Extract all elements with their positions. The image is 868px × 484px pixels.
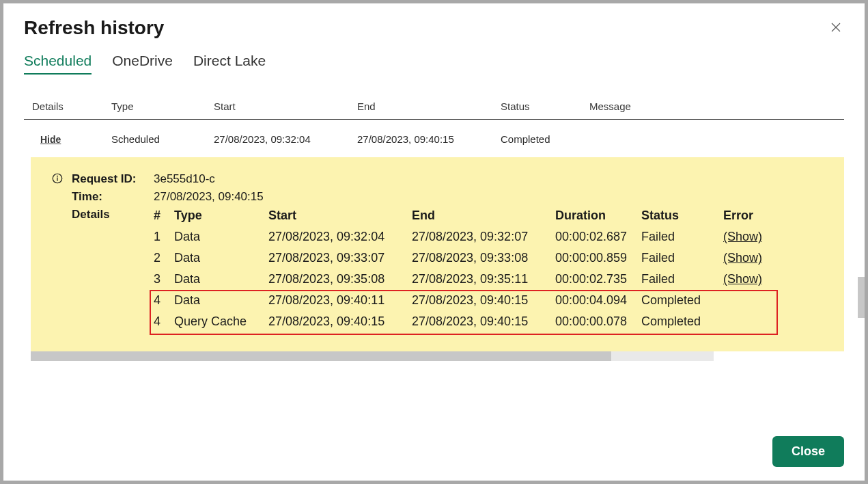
col-type: Type (111, 100, 214, 112)
sub-row: 4 Data 27/08/2023, 09:40:11 27/08/2023, … (154, 290, 832, 311)
row-start: 27/08/2023, 09:32:04 (214, 133, 357, 145)
col-status: Status (501, 100, 589, 112)
row-type: Scheduled (111, 133, 214, 145)
request-id-value: 3e555d10-c (154, 172, 215, 186)
tabs: Scheduled OneDrive Direct Lake (24, 53, 844, 75)
col-end: End (357, 100, 501, 112)
sub-col-num: # (154, 209, 174, 223)
request-id-label: Request ID: (72, 172, 154, 186)
page-title: Refresh history (24, 17, 164, 39)
show-error-link[interactable]: (Show) (723, 272, 762, 286)
row-end: 27/08/2023, 09:40:15 (357, 133, 501, 145)
close-icon[interactable] (828, 19, 844, 38)
details-panel: Request ID: 3e555d10-c Time: 27/08/2023,… (31, 157, 844, 351)
sub-col-start: Start (268, 209, 412, 223)
refresh-history-modal: Refresh history Scheduled OneDrive Direc… (3, 3, 865, 481)
scrollbar-thumb[interactable] (31, 351, 611, 361)
sub-row: 2 Data 27/08/2023, 09:33:07 27/08/2023, … (154, 247, 832, 269)
history-header: Details Type Start End Status Message (24, 95, 844, 120)
col-details: Details (29, 100, 111, 112)
time-label: Time: (72, 190, 154, 204)
time-value: 27/08/2023, 09:40:15 (154, 190, 264, 204)
details-subtable: # Type Start End Duration Status Error 1… (154, 205, 832, 332)
svg-rect-2 (57, 178, 57, 181)
close-button[interactable]: Close (772, 436, 844, 467)
show-error-link[interactable]: (Show) (723, 251, 762, 265)
vertical-scrollbar[interactable] (858, 277, 865, 318)
sub-row: 1 Data 27/08/2023, 09:32:04 27/08/2023, … (154, 226, 832, 247)
show-error-link[interactable]: (Show) (723, 230, 762, 243)
info-icon (51, 172, 64, 185)
sub-col-status: Status (641, 209, 723, 223)
sub-col-error: Error (723, 209, 778, 223)
details-label: Details (72, 208, 154, 221)
svg-point-1 (57, 176, 58, 177)
sub-col-end: End (412, 209, 555, 223)
history-row: Hide Scheduled 27/08/2023, 09:32:04 27/0… (24, 120, 844, 157)
sub-col-type: Type (174, 209, 268, 223)
sub-row: 4 Query Cache 27/08/2023, 09:40:15 27/08… (154, 311, 832, 332)
tab-onedrive[interactable]: OneDrive (112, 53, 173, 75)
row-status: Completed (501, 133, 589, 145)
tab-scheduled[interactable]: Scheduled (24, 53, 92, 75)
tab-direct-lake[interactable]: Direct Lake (193, 53, 266, 75)
history-table: Details Type Start End Status Message Hi… (24, 95, 844, 361)
horizontal-scrollbar[interactable] (31, 351, 714, 361)
col-start: Start (214, 100, 357, 112)
sub-row: 3 Data 27/08/2023, 09:35:08 27/08/2023, … (154, 269, 832, 290)
hide-link[interactable]: Hide (32, 134, 61, 145)
col-message: Message (589, 100, 839, 112)
sub-col-duration: Duration (555, 209, 641, 223)
